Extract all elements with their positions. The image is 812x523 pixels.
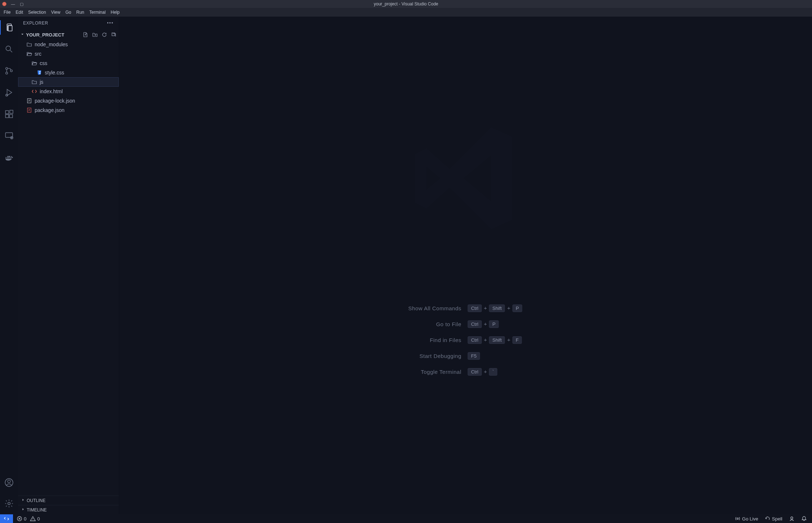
tree-item-node-modules[interactable]: node_modules xyxy=(18,40,119,49)
warning-count: 0 xyxy=(37,516,40,522)
chevron-down-icon xyxy=(20,32,25,38)
window-maximize-icon[interactable]: ▢ xyxy=(19,2,24,6)
svg-point-1 xyxy=(6,46,10,51)
new-file-icon[interactable] xyxy=(83,32,88,38)
error-count: 0 xyxy=(24,516,26,522)
keycap: Shift xyxy=(489,304,505,312)
timeline-section[interactable]: TIMELINE xyxy=(18,505,119,514)
shortcut-label: Go to File xyxy=(408,316,467,332)
menu-item-selection[interactable]: Selection xyxy=(26,9,48,16)
menu-item-terminal[interactable]: Terminal xyxy=(87,9,108,16)
tree-item-src[interactable]: src xyxy=(18,49,119,59)
json-icon xyxy=(26,98,32,104)
side-bar-explorer: EXPLORER ••• YOUR_PROJECT node_modulessr… xyxy=(18,17,119,514)
menu-item-help[interactable]: Help xyxy=(109,9,122,16)
folder-icon xyxy=(31,79,38,85)
keycap: Ctrl xyxy=(468,368,482,376)
tree-item-package-json[interactable]: package.json xyxy=(18,105,119,115)
menu-bar: FileEditSelectionViewGoRunTerminalHelp xyxy=(0,8,812,17)
collapse-all-icon[interactable] xyxy=(111,32,117,38)
activity-docker[interactable] xyxy=(0,150,18,165)
status-errors[interactable]: 0 xyxy=(17,516,26,522)
svg-rect-8 xyxy=(9,114,13,118)
svg-rect-0 xyxy=(8,26,12,31)
menu-item-view[interactable]: View xyxy=(49,9,62,16)
html-icon xyxy=(31,88,38,94)
activity-bar xyxy=(0,17,18,514)
svg-point-14 xyxy=(8,502,10,505)
shortcut-row: Toggle TerminalCtrl+` xyxy=(408,364,523,380)
svg-rect-9 xyxy=(10,110,13,113)
shortcut-label: Show All Commands xyxy=(408,300,467,316)
activity-search[interactable] xyxy=(0,42,18,56)
keycap: P xyxy=(489,320,499,328)
tree-item-label: style.css xyxy=(45,70,64,75)
tree-item-package-lock-json[interactable]: package-lock.json xyxy=(18,96,119,105)
tree-item-label: js xyxy=(40,79,43,85)
tree-item-label: package.json xyxy=(35,107,65,113)
window-minimize-icon[interactable]: — xyxy=(11,2,15,6)
activity-run-debug[interactable] xyxy=(0,85,18,100)
remote-button[interactable] xyxy=(0,514,13,523)
shortcut-label: Toggle Terminal xyxy=(408,364,467,380)
folder-icon xyxy=(26,42,32,47)
svg-point-20 xyxy=(791,517,793,519)
tree-item-index-html[interactable]: index.html xyxy=(18,87,119,96)
activity-extensions[interactable] xyxy=(0,107,18,121)
root-folder-name: YOUR_PROJECT xyxy=(26,32,64,38)
chevron-right-icon xyxy=(21,507,25,513)
activity-source-control[interactable] xyxy=(0,64,18,78)
welcome-shortcuts: Show All CommandsCtrl+Shift+PGo to FileC… xyxy=(408,300,523,380)
tree-item-style-css[interactable]: style.css xyxy=(18,68,119,77)
keycap: Shift xyxy=(489,336,505,344)
status-warnings[interactable]: 0 xyxy=(30,516,40,522)
menu-item-file[interactable]: File xyxy=(1,9,13,16)
svg-rect-15 xyxy=(112,33,115,36)
status-bell[interactable] xyxy=(801,516,807,522)
go-live-label: Go Live xyxy=(742,516,758,522)
explorer-more-icon[interactable]: ••• xyxy=(107,21,114,26)
refresh-icon[interactable] xyxy=(101,32,107,38)
outline-section[interactable]: OUTLINE xyxy=(18,496,119,505)
keycap: Ctrl xyxy=(468,304,482,312)
tree-item-js[interactable]: js xyxy=(18,77,119,87)
tree-item-label: css xyxy=(40,60,47,66)
activity-remote-explorer[interactable] xyxy=(0,129,18,143)
shortcut-keys: F5 xyxy=(467,348,523,364)
status-spell[interactable]: Spell xyxy=(765,516,782,522)
new-folder-icon[interactable] xyxy=(92,32,98,38)
svg-point-4 xyxy=(10,70,12,72)
shortcut-keys: Ctrl+P xyxy=(467,316,523,332)
tree-item-label: package-lock.json xyxy=(35,98,75,104)
svg-point-13 xyxy=(8,480,10,483)
keycap: Ctrl xyxy=(468,336,482,344)
activity-manage[interactable] xyxy=(0,496,18,511)
svg-point-19 xyxy=(737,518,738,519)
title-bar: — ▢ your_project - Visual Studio Code xyxy=(0,0,812,8)
folder-header[interactable]: YOUR_PROJECT xyxy=(18,30,119,40)
chevron-right-icon xyxy=(21,498,25,503)
tree-item-css[interactable]: css xyxy=(18,59,119,68)
shortcut-keys: Ctrl+Shift+P xyxy=(467,300,523,316)
menu-item-edit[interactable]: Edit xyxy=(13,9,25,16)
activity-accounts[interactable] xyxy=(0,475,18,490)
menu-item-go[interactable]: Go xyxy=(63,9,73,16)
keycap: F xyxy=(513,336,522,344)
npm-icon xyxy=(26,107,32,113)
keycap: P xyxy=(513,304,522,312)
css-icon xyxy=(36,70,43,75)
file-tree: node_modulessrccssstyle.cssjsindex.htmlp… xyxy=(18,40,119,496)
menu-item-run[interactable]: Run xyxy=(74,9,86,16)
outline-label: OUTLINE xyxy=(27,498,45,503)
vscode-watermark-icon xyxy=(408,121,524,238)
window-close-icon[interactable] xyxy=(2,2,6,6)
shortcut-row: Go to FileCtrl+P xyxy=(408,316,523,332)
status-feedback[interactable] xyxy=(789,516,795,522)
status-go-live[interactable]: Go Live xyxy=(735,516,758,522)
timeline-label: TIMELINE xyxy=(27,507,47,513)
spell-label: Spell xyxy=(772,516,782,522)
keycap: ` xyxy=(489,368,497,376)
status-bar: 0 0 Go Live Spell xyxy=(0,514,812,523)
shortcut-row: Show All CommandsCtrl+Shift+P xyxy=(408,300,523,316)
activity-explorer[interactable] xyxy=(0,20,17,35)
